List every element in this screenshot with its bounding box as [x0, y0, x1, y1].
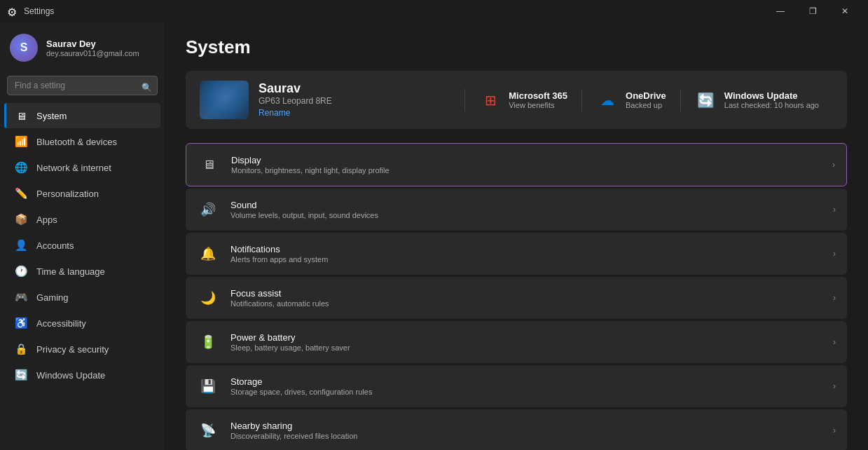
sidebar-item-label: Apps — [36, 214, 57, 225]
focus-text: Focus assist Notifications, automatic ru… — [230, 288, 822, 308]
settings-item-nearby[interactable]: 📡 Nearby sharing Discoverability, receiv… — [186, 409, 847, 450]
notifications-title: Notifications — [230, 244, 822, 254]
apps-icon: 📦 — [14, 212, 28, 226]
sidebar-item-gaming[interactable]: 🎮 Gaming — [4, 285, 160, 310]
sidebar-profile[interactable]: S Saurav Dey dey.saurav011@gmail.com — [0, 22, 165, 73]
sidebar-item-network[interactable]: 🌐 Network & internet — [4, 155, 160, 180]
restore-button[interactable]: ❐ — [797, 0, 829, 22]
sound-title: Sound — [230, 200, 822, 210]
close-button[interactable]: ✕ — [829, 0, 861, 22]
sidebar-item-label: Network & internet — [36, 163, 111, 173]
sidebar-item-apps[interactable]: 📦 Apps — [4, 207, 160, 232]
storage-icon: 💾 — [197, 375, 219, 397]
info-bar: Saurav GP63 Leopard 8RE Rename ⊞ Microso… — [186, 71, 847, 129]
avatar-inner: S — [10, 34, 38, 62]
power-chevron: › — [833, 337, 836, 347]
sidebar-item-accounts[interactable]: 👤 Accounts — [4, 233, 160, 258]
nearby-icon: 📡 — [197, 419, 219, 442]
focus-icon: 🌙 — [197, 287, 219, 309]
storage-desc: Storage space, drives, configuration rul… — [230, 388, 822, 396]
sidebar-item-accessibility[interactable]: ♿ Accessibility — [4, 311, 160, 336]
services-bar: ⊞ Microsoft 365 View benefits ☁ OneDrive… — [464, 89, 833, 111]
sidebar-item-update[interactable]: 🔄 Windows Update — [4, 362, 160, 388]
personalization-icon: ✏️ — [14, 186, 28, 200]
focus-desc: Notifications, automatic rules — [230, 299, 822, 308]
sound-text: Sound Volume levels, output, input, soun… — [230, 200, 822, 219]
power-text: Power & battery Sleep, battery usage, ba… — [230, 332, 822, 352]
sidebar-item-label: System — [36, 111, 67, 121]
service-onedrive[interactable]: ☁ OneDrive Backed up — [581, 89, 680, 111]
power-desc: Sleep, battery usage, battery saver — [230, 343, 822, 352]
ms365-detail: View benefits — [509, 101, 567, 109]
service-ms365[interactable]: ⊞ Microsoft 365 View benefits — [464, 89, 581, 111]
ms365-info: Microsoft 365 View benefits — [509, 90, 567, 109]
accessibility-icon: ♿ — [14, 316, 28, 330]
settings-item-storage[interactable]: 💾 Storage Storage space, drives, configu… — [186, 365, 847, 407]
avatar: S — [10, 34, 38, 62]
storage-text: Storage Storage space, drives, configura… — [230, 376, 822, 396]
sidebar-item-system[interactable]: 🖥 System — [4, 103, 160, 128]
winupdate-name: Windows Update — [724, 90, 819, 101]
profile-email: dey.saurav011@gmail.com — [46, 49, 139, 57]
sidebar: S Saurav Dey dey.saurav011@gmail.com 🔍 🖥… — [0, 22, 165, 450]
focus-chevron: › — [833, 293, 836, 303]
power-title: Power & battery — [230, 332, 822, 343]
page-title: System — [186, 36, 847, 58]
device-username: Saurav — [259, 81, 332, 96]
time-icon: 🕐 — [14, 264, 28, 278]
onedrive-detail: Backed up — [626, 101, 666, 109]
search-input[interactable] — [7, 76, 158, 95]
sidebar-item-privacy[interactable]: 🔒 Privacy & security — [4, 336, 160, 362]
nearby-title: Nearby sharing — [230, 421, 822, 431]
display-text: Display Monitors, brightness, night ligh… — [231, 155, 821, 175]
service-winupdate[interactable]: 🔄 Windows Update Last checked: 10 hours … — [680, 89, 833, 111]
nearby-chevron: › — [833, 425, 836, 435]
sidebar-item-label: Accessibility — [36, 318, 86, 329]
sidebar-item-bluetooth[interactable]: 📶 Bluetooth & devices — [4, 129, 160, 154]
sidebar-item-personalization[interactable]: ✏️ Personalization — [4, 181, 160, 206]
ms365-name: Microsoft 365 — [509, 90, 567, 101]
gaming-icon: 🎮 — [14, 290, 28, 304]
privacy-icon: 🔒 — [14, 342, 28, 356]
sidebar-item-label: Time & language — [36, 266, 105, 277]
profile-name: Saurav Dey — [46, 39, 139, 49]
nearby-text: Nearby sharing Discoverability, received… — [230, 421, 822, 440]
update-icon: 🔄 — [14, 368, 28, 382]
settings-item-focus[interactable]: 🌙 Focus assist Notifications, automatic … — [186, 277, 847, 319]
sidebar-item-label: Privacy & security — [36, 344, 109, 355]
user-device: Saurav GP63 Leopard 8RE Rename — [200, 81, 443, 119]
settings-item-display[interactable]: 🖥 Display Monitors, brightness, night li… — [186, 143, 847, 186]
accounts-icon: 👤 — [14, 238, 28, 252]
main-content: System Saurav GP63 Leopard 8RE Rename ⊞ … — [165, 22, 868, 450]
nearby-desc: Discoverability, received files location — [230, 432, 822, 440]
sidebar-item-time[interactable]: 🕐 Time & language — [4, 259, 160, 284]
settings-item-power[interactable]: 🔋 Power & battery Sleep, battery usage, … — [186, 321, 847, 363]
rename-link[interactable]: Rename — [259, 108, 290, 118]
winupdate-info: Windows Update Last checked: 10 hours ag… — [724, 90, 819, 109]
onedrive-name: OneDrive — [626, 90, 666, 101]
winupdate-detail: Last checked: 10 hours ago — [724, 101, 819, 109]
display-icon: 🖥 — [198, 154, 220, 176]
notifications-icon: 🔔 — [197, 243, 219, 265]
user-device-info: Saurav GP63 Leopard 8RE Rename — [259, 81, 332, 118]
sidebar-item-label: Bluetooth & devices — [36, 137, 117, 147]
display-desc: Monitors, brightness, night light, displ… — [231, 166, 821, 175]
device-image — [200, 81, 249, 119]
power-icon: 🔋 — [197, 331, 219, 353]
display-chevron: › — [832, 160, 835, 170]
device-model: GP63 Leopard 8RE — [259, 96, 332, 106]
device-glow — [200, 81, 249, 119]
onedrive-info: OneDrive Backed up — [626, 90, 666, 109]
titlebar: ⚙ Settings — ❐ ✕ — [0, 0, 868, 22]
titlebar-title: Settings — [24, 6, 764, 16]
network-icon: 🌐 — [14, 161, 28, 175]
minimize-button[interactable]: — — [764, 0, 797, 22]
sound-desc: Volume levels, output, input, sound devi… — [230, 211, 822, 219]
window-controls: — ❐ ✕ — [764, 0, 861, 22]
settings-item-notifications[interactable]: 🔔 Notifications Alerts from apps and sys… — [186, 233, 847, 275]
settings-item-sound[interactable]: 🔊 Sound Volume levels, output, input, so… — [186, 189, 847, 231]
sidebar-item-label: Personalization — [36, 189, 99, 199]
app-body: S Saurav Dey dey.saurav011@gmail.com 🔍 🖥… — [0, 22, 868, 450]
system-icon: 🖥 — [14, 109, 28, 123]
winupdate-icon: 🔄 — [695, 89, 717, 111]
